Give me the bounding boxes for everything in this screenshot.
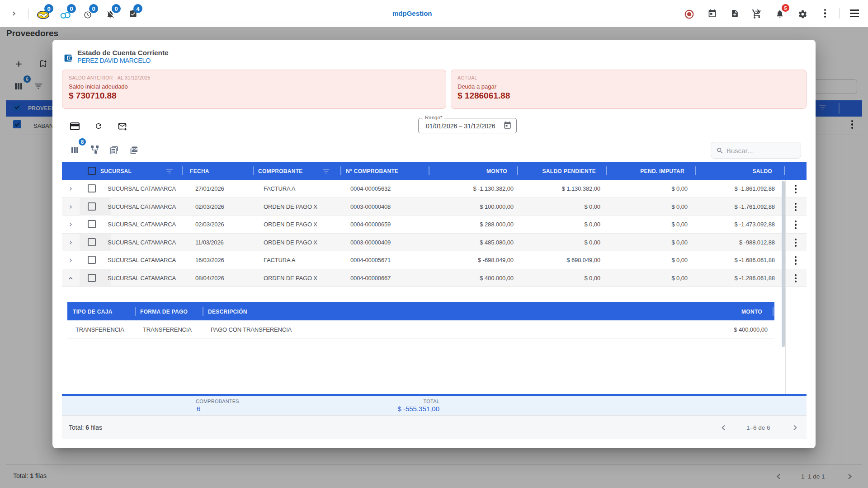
svg-text:PDF: PDF [132,148,137,151]
